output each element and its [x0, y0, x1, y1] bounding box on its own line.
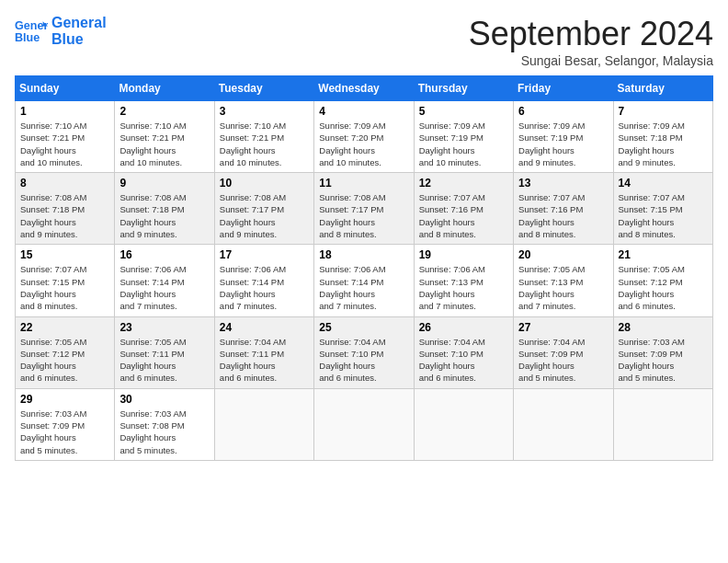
- day-number: 4: [319, 105, 408, 118]
- calendar-table: SundayMondayTuesdayWednesdayThursdayFrid…: [15, 75, 713, 461]
- day-number: 19: [419, 248, 508, 261]
- day-info: Sunrise: 7:08 AMSunset: 7:17 PMDaylight …: [319, 191, 408, 240]
- calendar-cell: 11Sunrise: 7:08 AMSunset: 7:17 PMDayligh…: [314, 173, 414, 245]
- day-number: 10: [220, 177, 309, 190]
- calendar-header-monday: Monday: [115, 76, 214, 101]
- day-number: 25: [319, 321, 408, 334]
- day-number: 8: [20, 177, 109, 190]
- day-number: 18: [319, 248, 408, 261]
- day-info: Sunrise: 7:03 AMSunset: 7:08 PMDaylight …: [119, 408, 209, 456]
- calendar-cell: [414, 388, 513, 460]
- calendar-cell: 17Sunrise: 7:06 AMSunset: 7:14 PMDayligh…: [214, 245, 313, 316]
- day-info: Sunrise: 7:10 AMSunset: 7:21 PMDaylight …: [119, 120, 209, 168]
- day-info: Sunrise: 7:09 AMSunset: 7:20 PMDaylight …: [319, 120, 408, 168]
- day-info: Sunrise: 7:04 AMSunset: 7:10 PMDaylight …: [419, 336, 508, 385]
- day-info: Sunrise: 7:04 AMSunset: 7:10 PMDaylight …: [319, 336, 408, 385]
- day-info: Sunrise: 7:10 AMSunset: 7:21 PMDaylight …: [20, 120, 109, 168]
- calendar-cell: 12Sunrise: 7:07 AMSunset: 7:16 PMDayligh…: [414, 173, 513, 245]
- month-title: September 2024: [469, 15, 713, 53]
- calendar-cell: 28Sunrise: 7:03 AMSunset: 7:09 PMDayligh…: [613, 316, 712, 388]
- calendar-cell: 13Sunrise: 7:07 AMSunset: 7:16 PMDayligh…: [514, 173, 613, 245]
- calendar-week-row: 29Sunrise: 7:03 AMSunset: 7:09 PMDayligh…: [16, 388, 713, 460]
- calendar-cell: 10Sunrise: 7:08 AMSunset: 7:17 PMDayligh…: [214, 173, 313, 245]
- calendar-cell: 5Sunrise: 7:09 AMSunset: 7:19 PMDaylight…: [414, 101, 513, 173]
- day-number: 20: [518, 248, 608, 261]
- calendar-cell: 25Sunrise: 7:04 AMSunset: 7:10 PMDayligh…: [314, 316, 414, 388]
- calendar-cell: 29Sunrise: 7:03 AMSunset: 7:09 PMDayligh…: [16, 388, 115, 460]
- calendar-cell: 9Sunrise: 7:08 AMSunset: 7:18 PMDaylight…: [115, 173, 214, 245]
- day-number: 14: [619, 177, 708, 190]
- day-info: Sunrise: 7:05 AMSunset: 7:13 PMDaylight …: [518, 263, 608, 312]
- calendar-cell: 19Sunrise: 7:06 AMSunset: 7:13 PMDayligh…: [414, 245, 513, 316]
- calendar-cell: [314, 388, 414, 460]
- day-number: 17: [220, 248, 309, 261]
- day-number: 3: [220, 105, 309, 118]
- calendar-cell: 23Sunrise: 7:05 AMSunset: 7:11 PMDayligh…: [115, 316, 214, 388]
- calendar-cell: 7Sunrise: 7:09 AMSunset: 7:18 PMDaylight…: [613, 101, 712, 173]
- day-number: 22: [20, 321, 109, 334]
- calendar-cell: 6Sunrise: 7:09 AMSunset: 7:19 PMDaylight…: [514, 101, 613, 173]
- logo-line1: General: [51, 15, 107, 31]
- calendar-header-wednesday: Wednesday: [314, 76, 414, 101]
- day-number: 11: [319, 177, 408, 190]
- day-number: 12: [419, 177, 508, 190]
- day-info: Sunrise: 7:09 AMSunset: 7:19 PMDaylight …: [419, 120, 508, 168]
- day-number: 30: [119, 393, 209, 406]
- calendar-header-thursday: Thursday: [414, 76, 513, 101]
- day-info: Sunrise: 7:03 AMSunset: 7:09 PMDaylight …: [619, 336, 708, 385]
- calendar-header-tuesday: Tuesday: [214, 76, 313, 101]
- calendar-cell: 4Sunrise: 7:09 AMSunset: 7:20 PMDaylight…: [314, 101, 414, 173]
- day-info: Sunrise: 7:07 AMSunset: 7:15 PMDaylight …: [20, 263, 109, 312]
- day-info: Sunrise: 7:05 AMSunset: 7:11 PMDaylight …: [119, 336, 209, 385]
- day-number: 9: [119, 177, 209, 190]
- calendar-week-row: 22Sunrise: 7:05 AMSunset: 7:12 PMDayligh…: [16, 316, 713, 388]
- day-info: Sunrise: 7:07 AMSunset: 7:16 PMDaylight …: [419, 191, 508, 240]
- day-info: Sunrise: 7:06 AMSunset: 7:14 PMDaylight …: [319, 263, 408, 312]
- day-info: Sunrise: 7:09 AMSunset: 7:19 PMDaylight …: [518, 120, 608, 168]
- logo-icon: General Blue: [15, 15, 48, 48]
- calendar-cell: [613, 388, 712, 460]
- day-number: 21: [619, 248, 708, 261]
- calendar-week-row: 8Sunrise: 7:08 AMSunset: 7:18 PMDaylight…: [16, 173, 713, 245]
- svg-text:Blue: Blue: [15, 31, 40, 44]
- calendar-cell: 20Sunrise: 7:05 AMSunset: 7:13 PMDayligh…: [514, 245, 613, 316]
- day-info: Sunrise: 7:07 AMSunset: 7:16 PMDaylight …: [518, 191, 608, 240]
- day-info: Sunrise: 7:05 AMSunset: 7:12 PMDaylight …: [619, 263, 708, 312]
- day-number: 1: [20, 105, 109, 118]
- day-info: Sunrise: 7:05 AMSunset: 7:12 PMDaylight …: [20, 336, 109, 385]
- calendar-cell: 22Sunrise: 7:05 AMSunset: 7:12 PMDayligh…: [16, 316, 115, 388]
- day-number: 5: [419, 105, 508, 118]
- day-info: Sunrise: 7:06 AMSunset: 7:14 PMDaylight …: [220, 263, 309, 312]
- calendar-header-saturday: Saturday: [613, 76, 712, 101]
- calendar-cell: [214, 388, 313, 460]
- day-number: 6: [518, 105, 608, 118]
- calendar-cell: 30Sunrise: 7:03 AMSunset: 7:08 PMDayligh…: [115, 388, 214, 460]
- day-number: 16: [119, 248, 209, 261]
- day-number: 23: [119, 321, 209, 334]
- page-header: General Blue General Blue September 2024…: [15, 15, 713, 68]
- logo-line2: Blue: [51, 31, 107, 48]
- calendar-cell: 18Sunrise: 7:06 AMSunset: 7:14 PMDayligh…: [314, 245, 414, 316]
- day-info: Sunrise: 7:08 AMSunset: 7:18 PMDaylight …: [119, 191, 209, 240]
- day-info: Sunrise: 7:06 AMSunset: 7:14 PMDaylight …: [119, 263, 209, 312]
- calendar-header-row: SundayMondayTuesdayWednesdayThursdayFrid…: [16, 76, 713, 101]
- calendar-cell: 27Sunrise: 7:04 AMSunset: 7:09 PMDayligh…: [514, 316, 613, 388]
- calendar-cell: 15Sunrise: 7:07 AMSunset: 7:15 PMDayligh…: [16, 245, 115, 316]
- day-number: 15: [20, 248, 109, 261]
- calendar-cell: 14Sunrise: 7:07 AMSunset: 7:15 PMDayligh…: [613, 173, 712, 245]
- day-number: 28: [619, 321, 708, 334]
- calendar-body: 1Sunrise: 7:10 AMSunset: 7:21 PMDaylight…: [16, 101, 713, 461]
- calendar-cell: 26Sunrise: 7:04 AMSunset: 7:10 PMDayligh…: [414, 316, 513, 388]
- day-number: 27: [518, 321, 608, 334]
- day-number: 26: [419, 321, 508, 334]
- calendar-week-row: 15Sunrise: 7:07 AMSunset: 7:15 PMDayligh…: [16, 245, 713, 316]
- logo: General Blue General Blue: [15, 15, 107, 48]
- calendar-cell: 8Sunrise: 7:08 AMSunset: 7:18 PMDaylight…: [16, 173, 115, 245]
- location-subtitle: Sungai Besar, Selangor, Malaysia: [469, 53, 713, 68]
- calendar-header-friday: Friday: [514, 76, 613, 101]
- calendar-week-row: 1Sunrise: 7:10 AMSunset: 7:21 PMDaylight…: [16, 101, 713, 173]
- calendar-cell: 2Sunrise: 7:10 AMSunset: 7:21 PMDaylight…: [115, 101, 214, 173]
- day-info: Sunrise: 7:09 AMSunset: 7:18 PMDaylight …: [619, 120, 708, 168]
- day-info: Sunrise: 7:03 AMSunset: 7:09 PMDaylight …: [20, 408, 109, 456]
- day-number: 7: [619, 105, 708, 118]
